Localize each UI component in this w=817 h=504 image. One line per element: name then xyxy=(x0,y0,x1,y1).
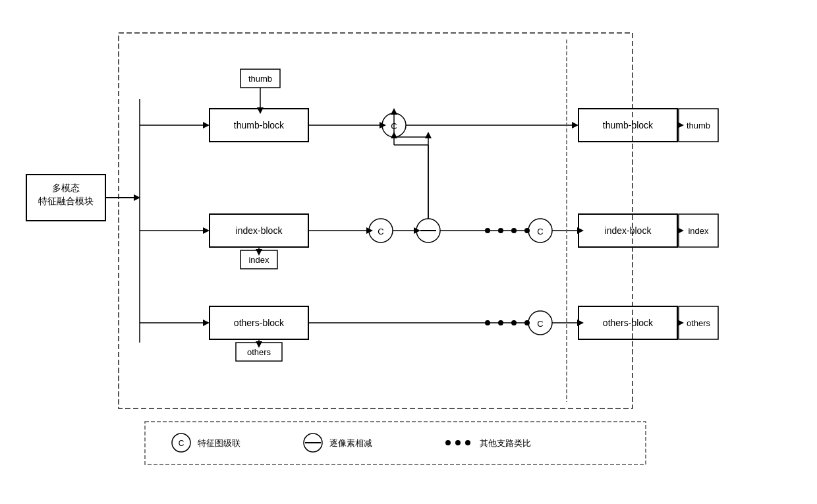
index-output-label: index xyxy=(688,226,709,236)
svg-marker-21 xyxy=(203,227,210,234)
legend-subtract-label: 逐像素相减 xyxy=(329,438,372,448)
thumb-block-right-label: thumb-block xyxy=(603,120,654,130)
legend-concat-label: 特征图级联 xyxy=(198,438,240,448)
index-input-label: index xyxy=(248,255,269,265)
others-block-right-label: others-block xyxy=(603,318,654,328)
svg-marker-19 xyxy=(677,122,684,128)
index-block-right-label: index-block xyxy=(605,225,652,236)
others-output-label: others xyxy=(687,318,711,328)
multimodal-label2: 特征融合模块 xyxy=(38,196,94,206)
index-block-left-label: index-block xyxy=(236,225,283,236)
svg-marker-38 xyxy=(391,108,397,115)
multimodal-label: 多模态 xyxy=(52,182,80,193)
svg-marker-15 xyxy=(572,122,578,128)
svg-marker-49 xyxy=(677,227,684,234)
diagram-container: 多模态 特征融合模块 thumb-block thumb C thumb-blo… xyxy=(13,13,804,474)
others-input-label: others xyxy=(247,347,271,357)
svg-marker-82 xyxy=(391,132,397,138)
concat-circle-index: C xyxy=(378,227,383,237)
thumb-output-label: thumb xyxy=(687,121,710,130)
svg-rect-0 xyxy=(119,33,633,408)
concat-circle-index-right: C xyxy=(537,227,543,237)
concat-circle-others-right: C xyxy=(537,319,543,329)
svg-marker-51 xyxy=(203,320,210,326)
others-block-left-label: others-block xyxy=(234,318,285,328)
svg-point-75 xyxy=(445,440,451,445)
svg-marker-10 xyxy=(257,107,264,114)
svg-point-76 xyxy=(455,440,461,445)
legend-c-symbol: C xyxy=(179,439,184,448)
thumb-block-left-label: thumb-block xyxy=(234,120,285,130)
svg-marker-6 xyxy=(203,122,210,128)
svg-point-77 xyxy=(465,440,470,445)
svg-marker-66 xyxy=(677,320,684,326)
legend-dots-label: 其他支路类比 xyxy=(480,438,531,448)
thumb-input-label: thumb xyxy=(248,74,272,84)
